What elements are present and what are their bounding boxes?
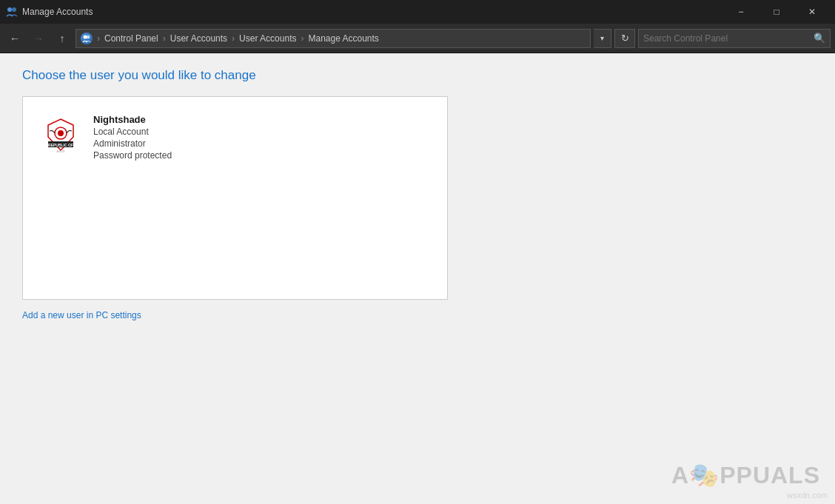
page-title: Choose the user you would like to change [22,68,813,83]
path-sep-4: › [301,33,304,44]
minimize-button[interactable]: − [724,0,758,24]
svg-text:REPUBLIC OF: REPUBLIC OF [48,143,73,147]
appuals-watermark: A🎭PPUALS [671,461,820,489]
account-type-2: Administrator [93,138,172,149]
account-type-1: Local Account [93,127,172,137]
account-avatar: REPUBLIC OF ASUS [40,114,81,155]
title-bar-icon [6,6,18,18]
accounts-container: REPUBLIC OF ASUS Nightshade Local Accoun… [22,96,448,300]
svg-point-3 [87,35,90,38]
maximize-button[interactable]: □ [759,0,794,24]
breadcrumb-user-accounts-2[interactable]: User Accounts [239,33,296,44]
account-info: Nightshade Local Account Administrator P… [93,114,172,161]
search-box[interactable]: 🔍 [638,29,831,48]
account-name: Nightshade [93,114,172,125]
path-sep-2: › [163,33,166,44]
svg-text:ASUS: ASUS [57,149,65,153]
path-icon [81,33,93,44]
address-bar: ← → ↑ › Control Panel › User Accounts › … [0,24,835,53]
back-button[interactable]: ← [4,28,25,49]
refresh-button[interactable]: ↻ [614,29,635,48]
svg-point-0 [7,7,12,12]
address-path[interactable]: › Control Panel › User Accounts › User A… [76,29,591,48]
wsxdn-watermark: wsxdn.com [787,491,828,500]
up-button[interactable]: ↑ [52,28,73,49]
path-sep-3: › [232,33,235,44]
account-item[interactable]: REPUBLIC OF ASUS Nightshade Local Accoun… [34,108,436,167]
account-type-3: Password protected [93,150,172,161]
svg-point-7 [58,130,64,136]
close-button[interactable]: ✕ [795,0,829,24]
forward-button[interactable]: → [28,28,49,49]
search-icon[interactable]: 🔍 [814,33,825,44]
search-input[interactable] [643,33,814,44]
rog-logo-icon: REPUBLIC OF ASUS [41,115,81,155]
main-content: Choose the user you would like to change [0,53,835,504]
path-dropdown-button[interactable]: ▾ [594,29,611,48]
breadcrumb-manage-accounts[interactable]: Manage Accounts [308,33,378,44]
breadcrumb-control-panel[interactable]: Control Panel [104,33,158,44]
title-bar: Manage Accounts − □ ✕ [0,0,835,24]
path-sep-1: › [97,33,100,44]
title-bar-controls: − □ ✕ [724,0,829,24]
add-user-link[interactable]: Add a new user in PC settings [22,310,141,320]
svg-point-1 [12,7,16,12]
title-bar-title: Manage Accounts [22,7,724,17]
breadcrumb-user-accounts-1[interactable]: User Accounts [170,33,227,44]
